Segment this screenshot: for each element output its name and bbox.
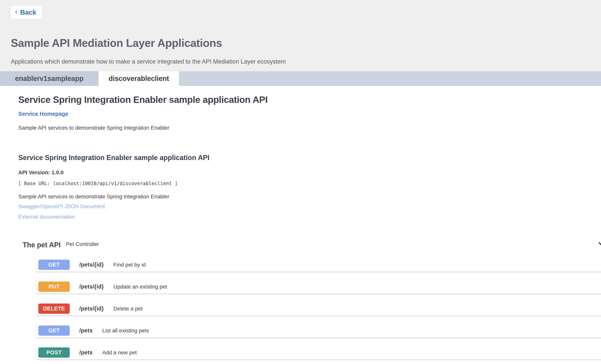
operation-row-get-0[interactable]: GET /pets/{id} Find pet by id bbox=[36, 258, 601, 272]
operation-description: Find pet by id bbox=[113, 262, 146, 268]
operations-list: GET /pets/{id} Find pet by id PUT /pets/… bbox=[36, 258, 601, 360]
operation-description: Delete a pet bbox=[113, 306, 142, 312]
service-title: Service Spring Integration Enabler sampl… bbox=[18, 86, 601, 105]
operation-row-delete-2[interactable]: DELETE /pets/{id} Delete a pet bbox=[36, 302, 601, 316]
operation-path: /pets/{id} bbox=[79, 262, 104, 268]
method-badge-get: GET bbox=[38, 260, 70, 270]
tab-enablerv1sampleapp[interactable]: enablerv1sampleapp bbox=[0, 71, 99, 86]
external-docs-link[interactable]: External documentation bbox=[18, 213, 601, 220]
operation-path: /pets/{id} bbox=[79, 283, 104, 290]
operation-description: Add a new pet bbox=[102, 350, 137, 356]
service-homepage-link[interactable]: Service Homepage bbox=[18, 111, 68, 117]
api-doc-title: Service Spring Integration Enabler sampl… bbox=[18, 154, 601, 162]
base-url: [ Base URL: localhost:10010/api/v1/disco… bbox=[18, 181, 601, 186]
operation-path: /pets bbox=[79, 327, 93, 334]
operation-description: Update an existing pet bbox=[113, 284, 167, 290]
page-title: Sample API Mediation Layer Applications bbox=[11, 37, 601, 49]
operation-row-post-4[interactable]: POST /pets Add a new pet bbox=[36, 345, 601, 360]
api-doc-description: Sample API services to demonstrate Sprin… bbox=[18, 193, 601, 200]
pet-api-section-header[interactable]: The pet API Pet Controller bbox=[23, 241, 601, 249]
operation-row-put-1[interactable]: PUT /pets/{id} Update an existing pet bbox=[36, 280, 601, 294]
operation-path: /pets bbox=[79, 349, 93, 356]
main-content: Service Spring Integration Enabler sampl… bbox=[0, 86, 601, 360]
method-badge-delete: DELETE bbox=[38, 303, 70, 314]
operation-row-get-3[interactable]: GET /pets List all existing pets bbox=[36, 324, 601, 338]
chevron-down-icon[interactable] bbox=[598, 242, 601, 248]
tab-bar: enablerv1sampleapp discoverableclient bbox=[0, 71, 601, 86]
pet-api-title: The pet API bbox=[23, 241, 61, 249]
back-button-label: Back bbox=[20, 9, 36, 16]
method-badge-post: POST bbox=[38, 347, 70, 358]
pet-api-subtitle: Pet Controller bbox=[66, 241, 99, 247]
page-header: ‹ Back Sample API Mediation Layer Applic… bbox=[0, 0, 601, 71]
page-subtitle: Applications which demonstrate how to ma… bbox=[11, 58, 601, 65]
tab-discoverableclient[interactable]: discoverableclient bbox=[99, 71, 179, 86]
back-chevron-icon: ‹ bbox=[15, 8, 18, 15]
back-button[interactable]: ‹ Back bbox=[11, 6, 41, 19]
operation-path: /pets/{id} bbox=[79, 305, 104, 312]
method-badge-get: GET bbox=[38, 325, 70, 336]
operation-description: List all existing pets bbox=[102, 328, 149, 334]
api-version: API Version: 1.0.0 bbox=[18, 170, 601, 176]
swagger-json-link[interactable]: Swagger/OpenAPI JSON Document bbox=[18, 203, 601, 210]
service-description: Sample API services to demonstrate Sprin… bbox=[18, 125, 601, 131]
method-badge-put: PUT bbox=[38, 282, 70, 292]
